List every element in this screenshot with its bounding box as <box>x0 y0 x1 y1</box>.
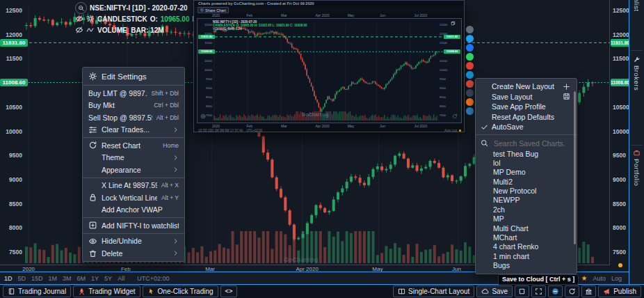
study-settings-icon[interactable] <box>86 15 95 23</box>
range-all[interactable]: All <box>118 275 124 282</box>
mini-x-tick-label: May <box>348 13 354 17</box>
sidebar-tab-portfolio[interactable]: Portfolio <box>629 149 644 186</box>
saved-chart-test-thea-bug[interactable]: test Thea Bug <box>476 150 577 159</box>
icon-spacer <box>88 165 97 174</box>
share-linkedin-icon[interactable] <box>466 107 474 115</box>
share-facebook-icon[interactable] <box>466 44 474 52</box>
share-gmail-icon[interactable] <box>466 80 474 88</box>
saved-chart-2ch[interactable]: 2ch <box>476 205 577 214</box>
code-snippet-button[interactable]: <> <box>220 285 238 297</box>
menu-item-sell-stop-9897-59[interactable]: Sell Stop @ 9897.59Alt + Dbl <box>83 111 184 124</box>
menu-item-label: Reset Chart <box>102 141 159 150</box>
sidebar-tab-watchlist[interactable]: Watchlist <box>629 0 644 12</box>
volume-study-icon[interactable] <box>86 26 95 34</box>
sidebar-tab-brokers[interactable]: Brokers <box>629 56 644 91</box>
range-15d[interactable]: 15D <box>31 275 43 282</box>
saved-chart-multi2[interactable]: Multi2 <box>476 178 577 187</box>
saved-chart-newpp[interactable]: NEWPP <box>476 196 577 205</box>
menu-shortcut: Alt + Y <box>161 194 179 201</box>
menu-item-label: Save App Profile <box>492 102 570 111</box>
zoom-out-icon <box>78 5 84 11</box>
share-download-icon[interactable] <box>466 26 474 33</box>
square-icon <box>518 288 526 295</box>
range-3m[interactable]: 3M <box>63 275 72 282</box>
menu-item-delete[interactable]: Delete <box>83 247 184 260</box>
trading-journal-button[interactable]: Trading Journal <box>3 285 71 297</box>
saved-chart-mp[interactable]: MP <box>476 214 577 224</box>
menu-item-save-app-profile[interactable]: Save App Profile <box>476 102 577 112</box>
save-button[interactable]: Save <box>476 285 513 297</box>
range-1d[interactable]: 1D <box>4 275 13 282</box>
y-tick-label: 11500 <box>1 56 22 62</box>
saved-chart-4-chart-renko[interactable]: 4 chart Renko <box>476 242 577 251</box>
favorite-star-icon[interactable]: ★ <box>581 274 587 282</box>
menu-item-reset-chart[interactable]: Reset ChartHome <box>83 139 184 152</box>
range-5d[interactable]: 5D <box>18 275 26 282</box>
range-1y[interactable]: 1Y <box>91 275 99 282</box>
menu-shortcut: Alt + Dbl <box>156 114 179 121</box>
saved-charts-search[interactable] <box>476 137 577 150</box>
menu-scrollbar[interactable] <box>574 91 576 244</box>
square-button[interactable] <box>515 285 529 297</box>
one-click-trading-button[interactable]: One-Click Trading <box>143 285 218 297</box>
publish-button[interactable]: Publish <box>598 285 641 297</box>
volume-study-label: VOLUME_BAR: 12M <box>97 26 164 34</box>
mini-refresh-icon[interactable] <box>452 113 458 119</box>
saved-chart-mp-demo[interactable]: MP Demo <box>476 168 577 177</box>
saved-chart-1-min-chart[interactable]: 1 min chart <box>476 252 577 261</box>
saved-chart-multi-chart[interactable]: Multi Chart <box>476 224 577 233</box>
auto-scale-label[interactable]: Auto <box>593 275 606 282</box>
bottom-toolbar: Trading JournalTrading WidgetOne-Click T… <box>0 284 644 298</box>
single-chart-layout-button[interactable]: Single-Chart Layout <box>393 285 474 297</box>
gear-icon <box>88 72 97 81</box>
menu-item-buy-lmt-9897-59[interactable]: Buy LMT @ 9897.59Shift + Dbl <box>83 87 184 100</box>
menu-item-reset-app-defaults[interactable]: Reset App Defaults <box>476 112 577 123</box>
menu-item-edit-settings[interactable]: Edit Settings <box>83 69 184 84</box>
log-scale-label[interactable]: Log <box>611 275 622 282</box>
menu-item-lock-vertical-line[interactable]: Lock Vertical LineAlt + Y <box>83 191 184 204</box>
saved-chart-mchart[interactable]: MChart <box>476 233 577 242</box>
range-6m[interactable]: 6M <box>77 275 86 282</box>
share-whatsapp-icon[interactable] <box>466 53 474 61</box>
range-1m[interactable]: 1M <box>49 275 58 282</box>
share-pinterest-icon[interactable] <box>466 62 474 70</box>
menu-item-theme[interactable]: Theme <box>83 152 184 164</box>
bank-button[interactable] <box>581 285 596 297</box>
search-input[interactable] <box>492 139 572 148</box>
zoom-out-button[interactable] <box>75 2 87 14</box>
share-tumblr-icon[interactable] <box>466 89 474 97</box>
timezone-label[interactable]: UTC+02:00 <box>137 275 169 282</box>
circle-chat-button[interactable] <box>548 285 563 297</box>
share-chart-popup: Charts powered by GoCharting.com - Creat… <box>193 0 465 132</box>
expand-button[interactable] <box>531 285 546 297</box>
rocket-icon <box>78 288 86 295</box>
share-telegram-icon[interactable] <box>466 71 474 79</box>
share-chart-tab[interactable]: Share Chart <box>198 7 229 13</box>
menu-item-clear-trades[interactable]: Clear Trades... <box>83 124 184 136</box>
menu-item-create-new-layout[interactable]: Create New Layout <box>476 81 577 92</box>
share-twitter-icon[interactable] <box>466 35 474 42</box>
share-reddit-icon[interactable] <box>466 98 474 106</box>
hide-volume-icon[interactable] <box>75 26 83 34</box>
trading-widget-button[interactable]: Trading Widget <box>73 285 140 297</box>
menu-item-save-layout[interactable]: Save Layout <box>476 92 577 102</box>
menu-item-appearance[interactable]: Appearance <box>83 164 184 176</box>
range-5y[interactable]: 5Y <box>104 275 112 282</box>
menu-item-buy-mkt[interactable]: Buy MktCtrl + Dbl <box>83 100 184 112</box>
saved-chart-bugs[interactable]: Bugs <box>476 261 577 270</box>
menu-item-add-anchor-vwap[interactable]: Add Anchor VWAP <box>83 204 184 217</box>
menu-item-label: Appearance <box>102 166 168 174</box>
svg-text:10500: 10500 <box>440 59 448 63</box>
y-tick-label: 8500 <box>1 201 22 207</box>
menu-item-x-line-at-9897-59[interactable]: X Line At 9897.59Alt + X <box>83 180 184 192</box>
saved-chart-lol[interactable]: lol <box>476 159 577 168</box>
menu-item-add-nifty-i-to-watchlist[interactable]: Add NIFTY-I to watchlist <box>83 219 184 232</box>
mini-chart-frame[interactable]: 1250012500120001200011500115001050010500… <box>197 18 462 123</box>
menu-item-hide-unhide[interactable]: Hide/Unhide <box>83 235 184 248</box>
copy-chart-icon[interactable] <box>451 21 456 26</box>
reset2-button[interactable] <box>565 285 579 297</box>
menu-item-autosave[interactable]: AutoSave <box>476 122 577 132</box>
saved-chart-new-protocol[interactable]: New Protocol <box>476 187 577 196</box>
price-badge-last-right: 11008.60 <box>611 79 629 86</box>
hide-study-icon[interactable] <box>75 15 83 23</box>
